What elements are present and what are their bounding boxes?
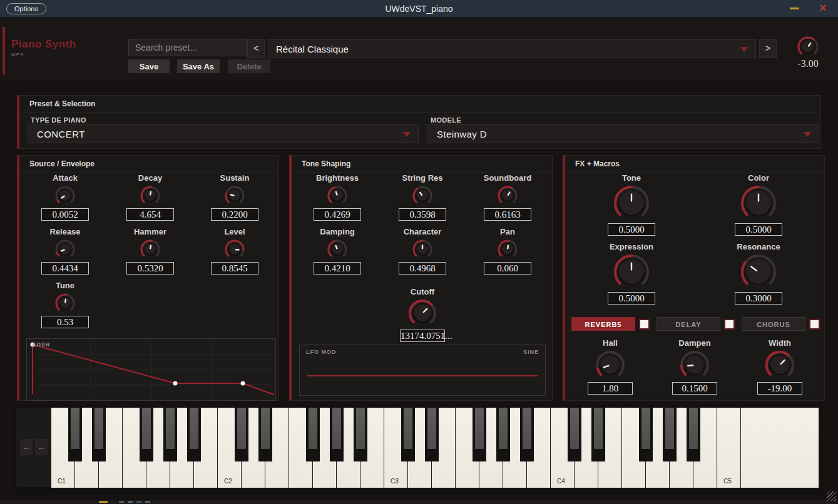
resonance-knob[interactable] xyxy=(740,254,777,290)
source-envelope-panel: Source / Envelope ADSR Attack0.0052Decay… xyxy=(17,155,279,401)
sustain-knob[interactable] xyxy=(224,185,245,206)
character-knob[interactable] xyxy=(412,239,433,260)
pan-knob[interactable] xyxy=(497,239,518,260)
black-key[interactable] xyxy=(591,408,605,461)
tone-shaping-panel: Tone Shaping LFO MOD SINE Brightness0.42… xyxy=(289,155,553,401)
hall-knob[interactable] xyxy=(595,350,625,380)
black-key[interactable] xyxy=(330,408,344,461)
character-label: Character xyxy=(404,227,442,237)
black-key[interactable] xyxy=(258,408,272,461)
master-volume-knob[interactable] xyxy=(797,36,819,61)
delete-button[interactable]: Delete xyxy=(228,59,270,73)
tone-value[interactable]: 0.5000 xyxy=(608,223,655,236)
hammer-label: Hammer xyxy=(134,227,166,237)
minimize-button[interactable] xyxy=(790,8,799,9)
chorus-button[interactable]: CHORUS xyxy=(742,317,805,331)
black-key[interactable] xyxy=(92,408,106,461)
black-key[interactable] xyxy=(473,408,486,461)
reverb5-button[interactable]: REVERB5 xyxy=(571,317,635,331)
type-de-piano-value: CONCERT xyxy=(28,129,85,139)
hammer-knob[interactable] xyxy=(140,239,161,260)
pan-value[interactable]: 0.060 xyxy=(484,262,531,275)
save-as-button[interactable]: Save As xyxy=(177,59,220,73)
width-value[interactable]: -19.00 xyxy=(757,382,802,395)
soundboard-value[interactable]: 0.6163 xyxy=(484,208,531,221)
release-value[interactable]: 0.4434 xyxy=(41,262,89,275)
attack-knob[interactable] xyxy=(54,185,76,206)
tune-knob[interactable] xyxy=(54,293,76,314)
width-control: Width-19.00 xyxy=(742,338,817,395)
delay-checkbox[interactable] xyxy=(724,319,735,330)
level-value[interactable]: 0.8545 xyxy=(211,262,258,275)
character-value[interactable]: 0.4968 xyxy=(399,262,446,275)
string-res-knob[interactable] xyxy=(412,185,433,206)
adsr-graph[interactable]: ADSR xyxy=(26,338,276,401)
save-button[interactable]: Save xyxy=(128,59,170,73)
black-key[interactable] xyxy=(687,408,700,461)
tone-knob[interactable] xyxy=(613,185,650,221)
string-res-value[interactable]: 0.3598 xyxy=(399,208,446,221)
black-key[interactable] xyxy=(235,408,248,461)
black-key[interactable] xyxy=(163,408,177,461)
color-knob[interactable] xyxy=(740,185,777,221)
expression-label: Expression xyxy=(610,242,653,252)
black-key[interactable] xyxy=(425,408,439,461)
damping-knob[interactable] xyxy=(327,239,348,260)
black-key[interactable] xyxy=(354,408,367,461)
attack-value[interactable]: 0.0052 xyxy=(41,208,89,221)
pan-control: Pan0.060 xyxy=(465,227,550,275)
tune-value[interactable]: 0.53 xyxy=(41,316,89,328)
color-value[interactable]: 0.5000 xyxy=(735,223,782,236)
preset-dropdown[interactable]: Récital Classique xyxy=(268,39,756,58)
level-label: Level xyxy=(224,227,245,237)
hall-value[interactable]: 1.80 xyxy=(588,382,633,395)
taskbar-dash xyxy=(128,501,133,503)
expression-value[interactable]: 0.5000 xyxy=(608,292,655,305)
level-knob[interactable] xyxy=(224,239,245,260)
white-key[interactable]: C5 xyxy=(717,408,741,488)
type-de-piano-dropdown[interactable]: CONCERT xyxy=(28,124,419,143)
black-key[interactable] xyxy=(187,408,201,461)
black-key[interactable] xyxy=(496,408,510,461)
black-key[interactable] xyxy=(639,408,653,461)
cutoff-value[interactable]: 13174.0751... xyxy=(400,330,445,342)
soundboard-knob[interactable] xyxy=(497,185,518,206)
black-key[interactable] xyxy=(140,408,153,461)
reverb5-checkbox[interactable] xyxy=(639,319,650,330)
sustain-control: Sustain0.2200 xyxy=(192,173,277,221)
keyboard-option-button[interactable]: ... xyxy=(20,439,33,455)
resonance-value[interactable]: 0.3000 xyxy=(735,292,782,305)
delay-button[interactable]: DELAY xyxy=(657,317,720,331)
close-button[interactable]: ✕ xyxy=(819,3,827,14)
hammer-value[interactable]: 0.5320 xyxy=(126,262,174,275)
decay-value[interactable]: 4.654 xyxy=(126,208,174,221)
release-knob[interactable] xyxy=(54,239,76,260)
search-input[interactable] xyxy=(128,39,247,56)
lfo-mod-label: LFO MOD xyxy=(306,349,337,355)
damping-value[interactable]: 0.4210 xyxy=(314,262,361,275)
prev-preset-button[interactable]: < xyxy=(247,39,265,58)
black-key[interactable] xyxy=(68,408,82,461)
dampen-knob[interactable] xyxy=(680,350,710,380)
expression-knob[interactable] xyxy=(613,254,650,290)
hall-label: Hall xyxy=(603,338,618,348)
sustain-value[interactable]: 0.2200 xyxy=(211,208,258,221)
brightness-knob[interactable] xyxy=(327,185,348,206)
modele-dropdown[interactable]: Steinway D xyxy=(427,124,819,143)
black-key[interactable] xyxy=(520,408,534,461)
dampen-value[interactable]: 0.1500 xyxy=(672,382,717,395)
next-preset-button[interactable]: > xyxy=(759,39,777,58)
keyboard-option-button[interactable]: ... xyxy=(35,439,48,455)
resize-grip-icon[interactable] xyxy=(827,491,836,501)
black-key[interactable] xyxy=(306,408,320,461)
taskbar-dash xyxy=(99,501,108,503)
width-knob[interactable] xyxy=(765,350,795,380)
decay-knob[interactable] xyxy=(140,185,161,206)
chorus-checkbox[interactable] xyxy=(809,319,820,330)
black-key[interactable] xyxy=(401,408,415,461)
brightness-value[interactable]: 0.4269 xyxy=(314,208,361,221)
black-key[interactable] xyxy=(663,408,677,461)
decay-label: Decay xyxy=(138,173,162,183)
black-key[interactable] xyxy=(568,408,581,461)
cutoff-knob[interactable] xyxy=(408,299,437,328)
